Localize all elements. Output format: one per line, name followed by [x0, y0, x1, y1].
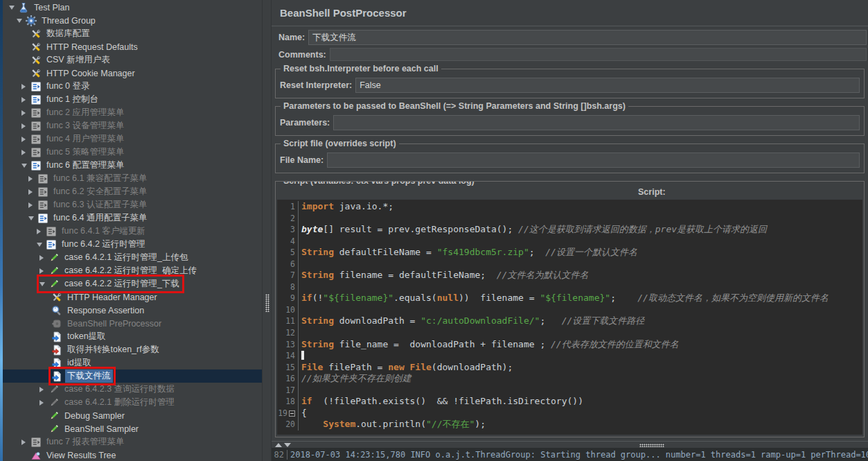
- tree-item-label: func 6.3 认证配置子菜单: [51, 198, 149, 211]
- expanded-arrow-icon[interactable]: [17, 19, 26, 23]
- docblue-icon: [51, 371, 62, 382]
- collapse-down-icon[interactable]: [284, 443, 291, 447]
- collapsed-arrow-icon[interactable]: [21, 123, 30, 129]
- collapsed-arrow-icon[interactable]: [39, 400, 48, 406]
- collapsed-arrow-icon[interactable]: [21, 97, 30, 103]
- tree-item[interactable]: case 6.4.2.2 运行时管理_下载: [3, 277, 262, 290]
- code-text: {: [298, 408, 862, 419]
- code-line: 3byte[] result = prev.getResponseData();…: [277, 224, 862, 236]
- file-name-input[interactable]: [327, 153, 860, 168]
- log-panel[interactable]: 82 2018-07-03 14:23:15,780 INFO o.a.j.t.…: [272, 449, 868, 461]
- line-number: 1: [277, 201, 298, 213]
- tree-item[interactable]: func 5 策略管理菜单: [3, 146, 262, 159]
- tree-item[interactable]: func 6.4.2 运行时管理: [3, 238, 262, 251]
- tree-item[interactable]: func 2 应用管理菜单: [3, 106, 262, 119]
- collapsed-arrow-icon[interactable]: [21, 84, 30, 89]
- collapsed-arrow-icon[interactable]: [28, 202, 37, 208]
- tree-item[interactable]: 数据库配置: [3, 27, 262, 40]
- collapsed-arrow-icon[interactable]: [21, 150, 30, 155]
- divider-grip-icon[interactable]: [265, 294, 269, 312]
- tree-item[interactable]: func 3 设备管理菜单: [3, 119, 262, 132]
- collapse-up-icon[interactable]: [275, 443, 282, 447]
- tree-item[interactable]: id提取: [3, 356, 262, 369]
- code-text: if(!"${filename}".equals(null)) filename…: [298, 293, 862, 304]
- tree-item[interactable]: BeanShell PreProcessor: [3, 317, 262, 330]
- docred-icon: [51, 345, 62, 356]
- tree-item[interactable]: func 6.2 安全配置子菜单: [3, 185, 262, 198]
- tree-item[interactable]: case 6.4.2.2 运行时管理_确定上传: [3, 264, 262, 277]
- tree-item[interactable]: func 6.1 兼容配置子菜单: [3, 172, 262, 185]
- reset-interpreter-input[interactable]: False: [355, 78, 860, 93]
- tree-item-label: func 3 设备管理菜单: [44, 119, 127, 132]
- tree-item[interactable]: Test Plan: [3, 1, 262, 14]
- parameters-input[interactable]: [333, 115, 860, 130]
- tree-item[interactable]: case 6.4.2.3 查询运行时数据: [3, 383, 262, 396]
- controller-icon: [37, 213, 48, 224]
- tree-item[interactable]: BeanShell Sampler: [3, 422, 262, 435]
- tree-item[interactable]: func 6.4 通用配置子菜单: [3, 211, 262, 225]
- expanded-arrow-icon[interactable]: [28, 216, 37, 220]
- code-text: String file_name = downloadPath + filena…: [298, 339, 862, 351]
- wrench-icon: [30, 55, 42, 66]
- tree-item[interactable]: HTTP Request Defaults: [3, 40, 262, 53]
- divider-collapse-arrows[interactable]: [275, 443, 291, 447]
- tree-item-label: 下载文件流: [65, 369, 113, 383]
- expanded-arrow-icon[interactable]: [21, 164, 30, 168]
- tree-item[interactable]: func 6 配置管理菜单: [3, 159, 262, 172]
- collapsed-arrow-icon[interactable]: [21, 440, 30, 445]
- fold-collapse-icon[interactable]: [289, 410, 295, 417]
- indent-spacer: [3, 349, 42, 350]
- expanded-arrow-icon[interactable]: [37, 243, 46, 247]
- collapsed-arrow-icon[interactable]: [39, 268, 48, 274]
- tree-item[interactable]: HTTP Header Manager: [3, 290, 262, 304]
- code-line: 13String file_name = downloadPath + file…: [277, 339, 862, 351]
- wrench-icon: [30, 68, 42, 79]
- tree-item[interactable]: 取得并转换token_rf参数: [3, 343, 262, 356]
- code-line: 5String defaultFileName = "fs419dbcm5r.z…: [277, 247, 862, 259]
- collapsed-arrow-icon[interactable]: [39, 387, 48, 392]
- expanded-arrow-icon[interactable]: [39, 282, 48, 286]
- tree-item[interactable]: 下载文件流: [3, 369, 262, 383]
- tree-item-label: func 4 用户管理菜单: [44, 132, 127, 146]
- collapsed-arrow-icon[interactable]: [21, 137, 30, 142]
- collapsed-arrow-icon[interactable]: [21, 110, 30, 116]
- indent-spacer: [3, 376, 42, 376]
- tree-item[interactable]: case 6.4.2.1 运行时管理_上传包: [3, 251, 262, 264]
- tree-item[interactable]: func 1 控制台: [3, 93, 262, 106]
- collapsed-arrow-icon[interactable]: [28, 189, 37, 195]
- tree-item[interactable]: token提取: [3, 330, 262, 343]
- docblue-icon: [51, 331, 62, 342]
- tree-item[interactable]: Response Assertion: [3, 304, 262, 317]
- tree-item[interactable]: func 4 用户管理菜单: [3, 132, 262, 146]
- collapsed-arrow-icon[interactable]: [39, 255, 48, 261]
- tree-item[interactable]: func 0 登录: [3, 80, 262, 93]
- split-pane-divider[interactable]: [262, 0, 272, 461]
- script-editor[interactable]: 1import java.io.*;23byte[] result = prev…: [277, 200, 862, 435]
- script-file-group: Script file (overrides script) File Name…: [275, 143, 865, 173]
- log-split-divider[interactable]: [272, 441, 868, 449]
- indent-spacer: [3, 244, 37, 245]
- tree-item[interactable]: HTTP Cookie Manager: [3, 67, 262, 80]
- tree-item[interactable]: CSV 新增用户表: [3, 53, 262, 67]
- tree-item-label: func 6.4 通用配置子菜单: [51, 211, 149, 225]
- name-input[interactable]: 下载文件流: [308, 30, 867, 45]
- code-text: File filePath = new File(downloadPath);: [298, 362, 862, 374]
- indent-spacer: [3, 7, 9, 8]
- collapsed-arrow-icon[interactable]: [28, 176, 37, 182]
- tree-item-label: CSV 新增用户表: [44, 53, 112, 67]
- log-divider-grip-icon[interactable]: [639, 444, 664, 447]
- script-group: Script (variables: ctx vars props prev d…: [275, 181, 865, 437]
- expanded-arrow-icon[interactable]: [9, 6, 18, 10]
- tree-item[interactable]: View Results Tree: [3, 449, 262, 461]
- tree-item[interactable]: Thread Group: [3, 14, 262, 27]
- tree-item[interactable]: Debug Sampler: [3, 409, 262, 422]
- code-line: 6: [277, 259, 862, 270]
- indent-spacer: [3, 428, 39, 429]
- tree-item[interactable]: func 6.4.1 客户端更新: [3, 225, 262, 238]
- comments-input[interactable]: [330, 48, 867, 61]
- tree-item[interactable]: func 6.3 认证配置子菜单: [3, 198, 262, 211]
- controller-icon: [46, 239, 57, 250]
- tree-item[interactable]: func 7 报表管理菜单: [3, 435, 262, 449]
- collapsed-arrow-icon[interactable]: [37, 229, 46, 234]
- tree-item[interactable]: case 6.4.2.1 删除运行时管理: [3, 396, 262, 409]
